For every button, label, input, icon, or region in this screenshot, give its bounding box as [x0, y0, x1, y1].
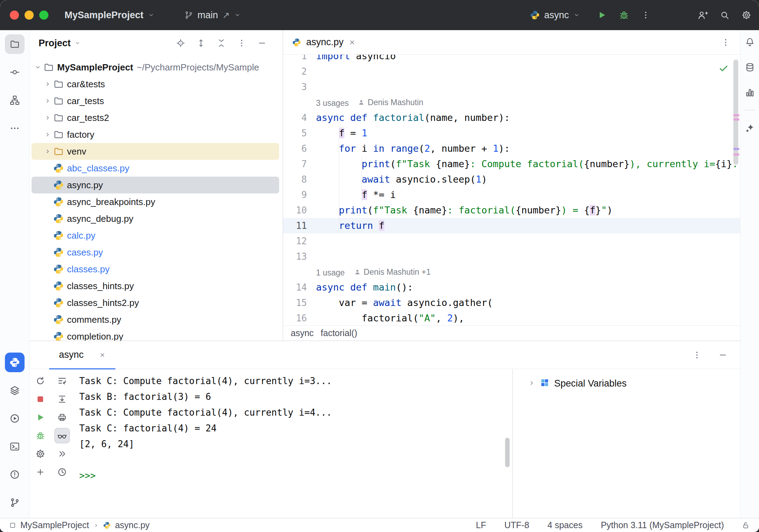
- line-number[interactable]: 11: [283, 218, 316, 233]
- close-tab-button[interactable]: [349, 39, 356, 46]
- debug-button[interactable]: [619, 10, 629, 20]
- chevron-down-icon[interactable]: [74, 40, 81, 46]
- console-settings-button[interactable]: [33, 446, 48, 462]
- code-line[interactable]: 16 factorial("A", 2),: [283, 311, 740, 325]
- tree-item-venv[interactable]: venv: [32, 143, 279, 160]
- tree-item-async_breakpoints.py[interactable]: async_breakpoints.py: [32, 193, 279, 210]
- line-number[interactable]: 7: [283, 156, 316, 172]
- code-line[interactable]: 1import asyncio: [283, 55, 740, 64]
- ai-assistant-button[interactable]: [742, 120, 758, 136]
- code-line[interactable]: 8 await asyncio.sleep(1): [283, 172, 740, 187]
- code-line[interactable]: 12: [283, 233, 740, 249]
- code-line[interactable]: 11 return f: [283, 218, 740, 233]
- panel-options-button[interactable]: [237, 39, 246, 48]
- tree-item-comments.py[interactable]: comments.py: [32, 311, 279, 328]
- play-button[interactable]: [33, 410, 48, 425]
- zoom-window-button[interactable]: [39, 11, 48, 20]
- tree-item-car&tests[interactable]: car&tests: [32, 76, 279, 93]
- author-hint[interactable]: Denis Mashutin +1: [354, 264, 431, 280]
- database-tool-button[interactable]: [742, 60, 758, 75]
- scroll-to-end-button[interactable]: [54, 391, 70, 407]
- branch-selector[interactable]: main ↗: [179, 6, 246, 24]
- add-button[interactable]: [33, 464, 48, 480]
- line-number[interactable]: 16: [283, 311, 316, 325]
- structure-tool-button[interactable]: [5, 90, 25, 110]
- tree-item-MySampleProject[interactable]: MySampleProject~/PycharmProjects/MySampl…: [32, 59, 279, 76]
- show-variables-button[interactable]: [54, 428, 70, 443]
- line-number[interactable]: 6: [283, 141, 316, 156]
- code-line[interactable]: 7 print(f"Task {name}: Compute factorial…: [283, 156, 740, 172]
- problems-tool-button[interactable]: [5, 465, 25, 484]
- tree-item-classes.py[interactable]: classes.py: [32, 261, 279, 278]
- chevron-right-icon[interactable]: [43, 113, 53, 123]
- tree-item-abc_classes.py[interactable]: abc_classes.py: [32, 160, 279, 177]
- lock-icon[interactable]: [742, 521, 750, 529]
- line-number[interactable]: 3: [283, 79, 316, 95]
- interpreter-indicator[interactable]: Python 3.11 (MySampleProject): [601, 520, 724, 530]
- skip-button[interactable]: [54, 446, 70, 462]
- hide-panel-button[interactable]: [718, 350, 727, 360]
- project-panel-title[interactable]: Project: [39, 38, 71, 49]
- indent-indicator[interactable]: 4 spaces: [548, 520, 583, 530]
- version-control-tool-button[interactable]: [5, 493, 25, 512]
- status-file-crumb[interactable]: async.py: [115, 520, 150, 530]
- print-button[interactable]: [54, 410, 70, 425]
- tree-item-calc.py[interactable]: calc.py: [32, 227, 279, 244]
- line-number[interactable]: 9: [283, 187, 316, 203]
- tree-item-factory[interactable]: factory: [32, 126, 279, 143]
- code-line[interactable]: 6 for i in range(2, number + 1):: [283, 141, 740, 156]
- code-line[interactable]: 9 f *= i: [283, 187, 740, 203]
- tree-item-completion.py[interactable]: completion.py: [32, 328, 279, 341]
- project-tool-button[interactable]: [5, 34, 25, 54]
- expand-variables-chevron[interactable]: [528, 380, 535, 387]
- tree-item-classes_hints.py[interactable]: classes_hints.py: [32, 278, 279, 294]
- line-number[interactable]: 1: [283, 55, 316, 64]
- tree-item-async_debug.py[interactable]: async_debug.py: [32, 210, 279, 227]
- charts-tool-button[interactable]: [742, 85, 758, 100]
- tree-item-classes_hints2.py[interactable]: classes_hints2.py: [32, 294, 279, 311]
- line-number[interactable]: 12: [283, 233, 316, 249]
- inspections-status-icon[interactable]: [718, 63, 729, 74]
- panel-options-button[interactable]: [692, 350, 701, 360]
- more-actions-button[interactable]: [641, 11, 650, 20]
- more-tool-windows-button[interactable]: [5, 118, 25, 138]
- code-line[interactable]: 10 print(f"Task {name}: factorial({numbe…: [283, 203, 740, 218]
- hide-panel-button[interactable]: [257, 39, 267, 48]
- tree-item-car_tests2[interactable]: car_tests2: [32, 109, 279, 126]
- line-number[interactable]: 10: [283, 203, 316, 218]
- expand-all-button[interactable]: [196, 39, 206, 48]
- project-selector[interactable]: MySampleProject: [60, 6, 160, 24]
- commit-tool-button[interactable]: [5, 62, 25, 82]
- editor-options-button[interactable]: [721, 38, 730, 47]
- run-config-selector[interactable]: async: [525, 6, 585, 24]
- services-tool-button[interactable]: [5, 381, 25, 400]
- code-line[interactable]: 5 f = 1: [283, 125, 740, 141]
- bug-button[interactable]: [33, 428, 48, 443]
- console-prompt[interactable]: >>>: [79, 470, 96, 481]
- soft-wrap-button[interactable]: [54, 373, 70, 389]
- code-area[interactable]: 1import asyncio233 usagesDenis Mashutin4…: [283, 55, 740, 325]
- run-button[interactable]: [597, 10, 607, 20]
- encoding-indicator[interactable]: UTF-8: [504, 520, 529, 530]
- rerun-button[interactable]: [33, 373, 48, 389]
- line-number[interactable]: 8: [283, 172, 316, 187]
- chevron-right-icon[interactable]: [43, 146, 53, 156]
- stop-button[interactable]: [33, 391, 48, 407]
- locate-file-button[interactable]: [176, 39, 185, 48]
- line-number[interactable]: 4: [283, 110, 316, 125]
- tree-item-car_tests[interactable]: car_tests: [32, 93, 279, 109]
- run-panel-tab[interactable]: async: [49, 341, 115, 369]
- code-line[interactable]: 4async def factorial(name, number):: [283, 110, 740, 125]
- terminal-tool-button[interactable]: [5, 437, 25, 456]
- console-output[interactable]: Task C: Compute factorial(4), currently …: [73, 369, 512, 518]
- breadcrumb-function[interactable]: factorial(): [321, 328, 357, 338]
- code-line[interactable]: 3: [283, 79, 740, 95]
- code-line[interactable]: 15 var = await asyncio.gather(: [283, 295, 740, 311]
- chevron-right-icon[interactable]: [43, 130, 53, 139]
- line-number[interactable]: 5: [283, 125, 316, 141]
- line-number[interactable]: 14: [283, 280, 316, 295]
- editor-tab-async[interactable]: async.py: [283, 30, 363, 55]
- notifications-button[interactable]: [742, 34, 758, 50]
- code-line[interactable]: 13: [283, 249, 740, 264]
- tree-item-cases.py[interactable]: cases.py: [32, 244, 279, 261]
